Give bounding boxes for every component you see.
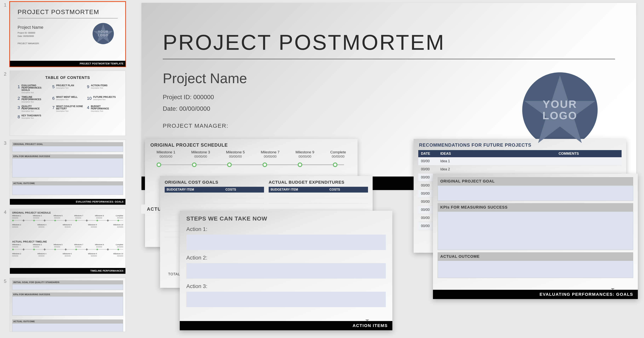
thumb-footer: PROJECT POSTMORTEM TEMPLATE xyxy=(10,61,126,67)
toc-title: TABLE OF CONTENTS xyxy=(10,75,126,80)
slide-thumbnail-2[interactable]: TABLE OF CONTENTS 1EVALUATING PERFORMANC… xyxy=(10,71,126,136)
section-body xyxy=(438,185,633,201)
thumb-manager: PROJECT MANAGER: xyxy=(18,42,40,45)
thumb-footer: EVALUATING PERFORMANCES: GOALS xyxy=(10,199,126,205)
milestone-row: Milestone 100/00/00Milestone 300/00/00Mi… xyxy=(145,150,358,159)
actions-card[interactable]: STEPS WE CAN TAKE NOW Action 1: Action 2… xyxy=(180,211,392,330)
table-row: 00/00Idea 1 xyxy=(418,157,622,165)
project-manager: PROJECT MANAGER: xyxy=(163,123,228,129)
section-body xyxy=(12,323,123,332)
section-header: INITIAL GOAL FOR QUALITY STANDARDS xyxy=(12,280,123,284)
logo-placeholder: YOUR LOGO xyxy=(92,23,114,44)
card-footer: EVALUATING PERFORMANCES: GOALS xyxy=(433,290,638,299)
divider xyxy=(163,59,615,59)
total-label: TOTAL xyxy=(168,272,180,276)
action-label: Action 1: xyxy=(180,225,392,233)
thumb-number: 1 xyxy=(2,1,10,8)
table-row xyxy=(165,204,264,209)
table-header: BUDGETARY ITEMCOSTS xyxy=(165,187,264,192)
milestone: Complete00/00/00 xyxy=(330,150,346,159)
card-title: STEPS WE CAN TAKE NOW xyxy=(180,211,392,225)
toc-item: 7WHAT COULD'VE GONE BETTER?Descriptive T… xyxy=(52,105,83,112)
timeline-title: ACTUAL PROJECT TIMELINE xyxy=(12,240,123,244)
table-row xyxy=(269,198,368,204)
section-body xyxy=(12,146,123,152)
goals-card[interactable]: ORIGINAL PROJECT GOAL KPIs FOR MEASURING… xyxy=(433,174,638,299)
thumb-subtitle: Project Name xyxy=(18,25,43,30)
milestone: Milestone 500/00/00 xyxy=(226,150,245,159)
thumb-date: Date: 00/00/0000 xyxy=(18,35,34,37)
toc-item: 9ACTION ITEMSDescriptive Text xyxy=(87,84,118,94)
logo-placeholder: YOURLOGO xyxy=(522,72,598,148)
thumb-title: PROJECT POSTMORTEM xyxy=(18,8,99,16)
action-label: Action 2: xyxy=(180,254,392,262)
toc-item: 3QUALITY PERFORMANCEDescriptive Text xyxy=(18,105,48,112)
milestone: Milestone 300/00/00 xyxy=(191,150,210,159)
toc-item: 2TIMELINE PERFORMANCESDescriptive Text xyxy=(18,96,48,103)
section-header: KPIs FOR MEASURING SUCCESS xyxy=(438,203,633,211)
toc-item: 4BUDGET PERFORMANCEDescriptive Text xyxy=(87,105,118,112)
action-label: Action 3: xyxy=(180,282,392,291)
section-body xyxy=(12,158,123,177)
timeline-dot xyxy=(333,163,338,167)
slide-thumbnail-3[interactable]: ORIGINAL PROJECT GOAL KPIs FOR MEASURING… xyxy=(10,140,126,205)
section-header: KPIs FOR MEASURING SUCCESS xyxy=(12,154,123,158)
action-input xyxy=(186,263,386,279)
milestone: Milestone 700/00/00 xyxy=(261,150,280,159)
section-body xyxy=(12,284,123,290)
section-header: ACTUAL OUTCOME xyxy=(12,181,123,185)
action-input xyxy=(186,235,386,250)
thumb-number: 3 xyxy=(2,140,10,146)
slide-subtitle: Project Name xyxy=(163,70,247,86)
timeline-dot xyxy=(262,163,267,167)
card-title: ORIGINAL PROJECT SCHEDULE xyxy=(145,139,358,150)
timeline-dot xyxy=(298,163,302,167)
section-header: ORIGINAL PROJECT GOAL xyxy=(438,177,633,185)
table-header: DATEIDEASCOMMENTS xyxy=(418,150,622,157)
toc-item: 5PROJECT PLANDescriptive Text xyxy=(52,84,83,94)
thumb-number: 4 xyxy=(2,209,10,215)
toc-item: 8KEY TAKEAWAYSDescriptive Text xyxy=(18,114,48,119)
thumb-project-id: Project ID: 000000 xyxy=(18,32,35,34)
card-footer: ACTION ITEMS xyxy=(180,321,392,330)
slide-thumbnail-5[interactable]: INITIAL GOAL FOR QUALITY STANDARDS KPIs … xyxy=(10,278,126,332)
timeline-line xyxy=(158,164,344,165)
timeline-dot xyxy=(156,163,161,167)
thumbnail-panel: 1 PROJECT POSTMORTEM Project Name Projec… xyxy=(0,0,136,338)
table-row xyxy=(269,192,368,198)
thumb-number: 5 xyxy=(2,278,10,284)
section-body xyxy=(12,296,123,316)
timeline-dot xyxy=(192,163,196,167)
table-header: BUDGETARY ITEMCOSTS xyxy=(269,187,368,192)
thumb-footer: TIMELINE PERFORMANCES xyxy=(10,268,126,274)
thumb-number: 2 xyxy=(2,71,10,77)
section-header: ACTUAL OUTCOME xyxy=(438,252,633,261)
slide-canvas: PROJECT POSTMORTEM Project Name Project … xyxy=(139,0,644,338)
section-body xyxy=(12,185,123,195)
section-header: ACTUAL OUTCOME xyxy=(12,320,123,323)
toc-item: 1EVALUATING PERFORMANCES: GOALSDescripti… xyxy=(18,84,48,94)
project-date: Date: 00/00/0000 xyxy=(163,105,210,112)
section-header: KPIs FOR MEASURING SUCCESS xyxy=(12,293,123,296)
action-input xyxy=(186,292,386,307)
milestone: Milestone 100/00/00 xyxy=(156,150,175,159)
table-row: 00/00Idea 2 xyxy=(418,165,622,173)
slide-thumbnail-4[interactable]: ORIGINAL PROJECT SCHEDULE Milestone 1Mil… xyxy=(10,209,126,274)
timeline-dot xyxy=(227,163,232,167)
section-header: ORIGINAL PROJECT GOAL xyxy=(12,142,123,146)
table-row xyxy=(165,198,264,204)
slide-thumbnail-1[interactable]: PROJECT POSTMORTEM Project Name Project … xyxy=(10,1,126,67)
milestone: Milestone 900/00/00 xyxy=(296,150,314,159)
toc-grid: 1EVALUATING PERFORMANCES: GOALSDescripti… xyxy=(18,84,118,119)
slide-title: PROJECT POSTMORTEM xyxy=(163,30,445,55)
cost-title: ORIGINAL COST GOALS xyxy=(165,180,264,185)
timeline-title: ORIGINAL PROJECT SCHEDULE xyxy=(12,211,123,215)
cost-title: ACTUAL BUDGET EXPENDITURES xyxy=(269,180,368,185)
toc-item: 10FUTURE PROJECTSDescriptive Text xyxy=(87,96,118,103)
project-id: Project ID: 000000 xyxy=(163,94,214,101)
section-body xyxy=(438,211,633,250)
toc-item: 6WHAT WENT WELLDescriptive Text xyxy=(52,96,83,103)
table-row xyxy=(269,204,368,209)
table-row xyxy=(165,192,264,198)
section-body xyxy=(438,261,633,278)
